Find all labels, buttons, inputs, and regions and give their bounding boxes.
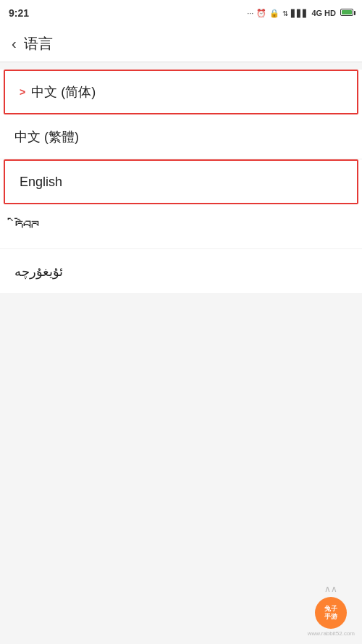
- language-item-en[interactable]: English: [4, 159, 358, 204]
- status-icons: ··· ⏰ 🔒 ⇅ ▋▋▋ 4G HD: [247, 9, 353, 18]
- lock-icon: 🔒: [269, 9, 279, 18]
- language-item-bo[interactable]: ཏིབེཊ: [0, 204, 362, 249]
- language-label: 中文 (简体): [31, 83, 96, 101]
- language-item-zh-hant[interactable]: 中文 (繁體): [0, 114, 362, 159]
- back-chevron-icon: ‹: [12, 35, 17, 52]
- watermark-dots: ∧∧: [324, 584, 337, 594]
- selected-chevron-icon: >: [20, 86, 25, 98]
- language-label: 中文 (繁體): [14, 128, 79, 146]
- signal-bars-icon: ▋▋▋: [291, 9, 308, 17]
- network-label: 4G HD: [311, 9, 336, 17]
- language-item-zh-hans[interactable]: >中文 (简体): [4, 70, 358, 114]
- status-time: 9:21: [9, 7, 29, 19]
- status-bar: 9:21 ··· ⏰ 🔒 ⇅ ▋▋▋ 4G HD: [0, 0, 362, 26]
- watermark-text: 兔子手游: [324, 605, 337, 621]
- toolbar: ‹ 语言: [0, 26, 362, 62]
- signal-dots-icon: ···: [247, 9, 253, 17]
- data-transfer-icon: ⇅: [282, 9, 288, 17]
- language-label: ئۇيغۇرچە: [14, 264, 63, 280]
- language-label: ཏིབེཊ: [14, 217, 38, 236]
- alarm-icon: ⏰: [256, 9, 266, 18]
- page-title: 语言: [24, 34, 53, 54]
- watermark: ∧∧ 兔子手游 www.rabbit52.com: [308, 584, 355, 637]
- watermark-url: www.rabbit52.com: [308, 630, 355, 637]
- language-label: English: [20, 175, 62, 190]
- language-item-ug[interactable]: ئۇيغۇرچە: [0, 249, 362, 294]
- watermark-logo: 兔子手游: [315, 597, 347, 629]
- language-list: >中文 (简体)中文 (繁體)Englishཏིབེཊئۇيغۇرچە: [0, 70, 362, 294]
- back-button[interactable]: ‹: [12, 35, 17, 52]
- battery-icon: [339, 9, 353, 17]
